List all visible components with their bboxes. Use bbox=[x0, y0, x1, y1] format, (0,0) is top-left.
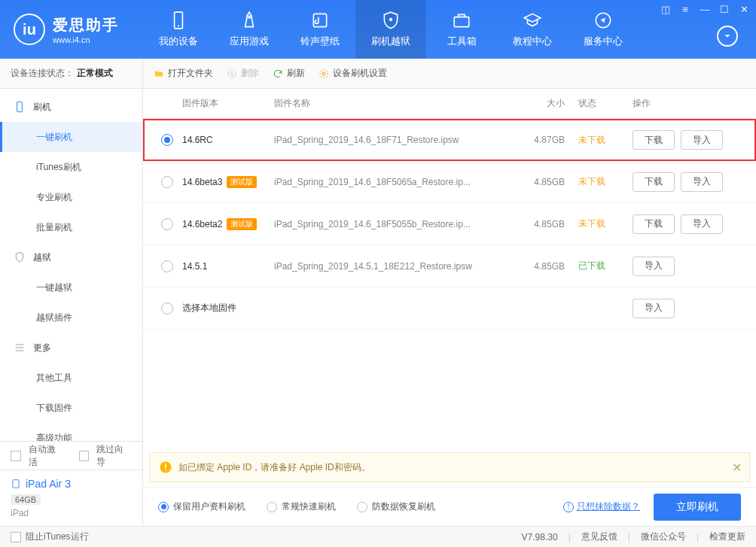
settings-button[interactable]: 设备刷机设置 bbox=[319, 67, 387, 80]
import-button[interactable]: 导入 bbox=[633, 299, 675, 318]
sidebar-group-flash[interactable]: 刷机 bbox=[0, 92, 142, 122]
firmware-row[interactable]: 14.6beta3 测试版 iPad_Spring_2019_14.6_18F5… bbox=[143, 161, 756, 203]
graduation-icon bbox=[523, 11, 542, 30]
local-firmware-label: 选择本地固件 bbox=[182, 302, 505, 315]
svg-rect-7 bbox=[13, 480, 19, 488]
import-button[interactable]: 导入 bbox=[681, 172, 723, 192]
firmware-name: iPad_Spring_2019_14.5.1_18E212_Restore.i… bbox=[274, 261, 505, 272]
firmware-status: 未下载 bbox=[565, 217, 617, 230]
more-group-icon bbox=[14, 342, 26, 354]
import-button[interactable]: 导入 bbox=[633, 257, 675, 276]
info-icon: ! bbox=[563, 502, 574, 512]
firmware-status: 已下载 bbox=[565, 260, 617, 272]
firmware-version: 14.6beta3 测试版 bbox=[182, 176, 274, 188]
firmware-radio[interactable] bbox=[161, 176, 173, 188]
alert-close-button[interactable]: ✕ bbox=[732, 460, 742, 475]
toolbar: 打开文件夹 删除 刷新 设备刷机设置 bbox=[143, 59, 756, 89]
option-keep-data[interactable]: 保留用户资料刷机 bbox=[158, 500, 245, 513]
nav-tab-toolbox[interactable]: 工具箱 bbox=[426, 0, 497, 59]
firmware-radio[interactable] bbox=[161, 218, 173, 230]
footer-update[interactable]: 检查更新 bbox=[709, 530, 745, 543]
firmware-version: 14.6beta2 测试版 bbox=[182, 218, 274, 230]
sidebar-activation-row: 自动激活 跳过向导 bbox=[0, 441, 142, 470]
col-header-name: 固件名称 bbox=[274, 97, 505, 110]
svg-point-1 bbox=[178, 26, 179, 27]
auto-activate-checkbox[interactable] bbox=[11, 451, 21, 461]
nav-tab-apps[interactable]: 应用游戏 bbox=[214, 0, 285, 59]
nav-tab-tutorials[interactable]: 教程中心 bbox=[497, 0, 568, 59]
logo-subtitle: www.i4.cn bbox=[53, 35, 119, 44]
music-icon bbox=[310, 11, 330, 30]
sidebar-item-pro-flash[interactable]: 专业刷机 bbox=[0, 182, 142, 212]
firmware-size: 4.85GB bbox=[505, 177, 565, 187]
firmware-list: 14.6RC iPad_Spring_2019_14.6_18F71_Resto… bbox=[143, 119, 756, 452]
download-button[interactable]: 下载 bbox=[633, 172, 675, 192]
footer-wechat[interactable]: 微信公众号 bbox=[641, 530, 686, 543]
nav-tab-my-device[interactable]: 我的设备 bbox=[143, 0, 214, 59]
col-header-status: 状态 bbox=[565, 97, 617, 110]
window-skin-icon[interactable]: ◫ bbox=[660, 3, 672, 15]
window-controls: ◫ ≡ — ☐ ✕ bbox=[660, 3, 750, 15]
firmware-radio[interactable] bbox=[161, 134, 173, 146]
sidebar-group-more[interactable]: 更多 bbox=[0, 333, 142, 363]
logo-title: 爱思助手 bbox=[53, 15, 119, 35]
firmware-radio[interactable] bbox=[161, 260, 173, 272]
col-header-actions: 操作 bbox=[617, 97, 738, 110]
firmware-radio[interactable] bbox=[161, 302, 173, 315]
col-header-version: 固件版本 bbox=[161, 97, 274, 110]
sidebar-item-oneclick-jailbreak[interactable]: 一键越狱 bbox=[0, 272, 142, 302]
apps-icon bbox=[239, 11, 259, 30]
window-menu-icon[interactable]: ≡ bbox=[679, 3, 691, 15]
nav-tab-flash[interactable]: 刷机越狱 bbox=[355, 0, 426, 59]
window-minimize-icon[interactable]: — bbox=[699, 3, 711, 15]
nav-tab-service[interactable]: 服务中心 bbox=[568, 0, 639, 59]
block-itunes-checkbox[interactable] bbox=[11, 532, 21, 542]
col-header-size: 大小 bbox=[505, 97, 565, 110]
firmware-row[interactable]: 14.6beta2 测试版 iPad_Spring_2019_14.6_18F5… bbox=[143, 203, 756, 245]
footer-feedback[interactable]: 意见反馈 bbox=[581, 530, 617, 543]
beta-badge: 测试版 bbox=[227, 176, 257, 188]
erase-data-link[interactable]: !只想抹除数据？ bbox=[563, 500, 640, 513]
option-anti-recovery[interactable]: 防数据恢复刷机 bbox=[357, 500, 435, 513]
sidebar-item-download-firmware[interactable]: 下载固件 bbox=[0, 393, 142, 423]
sidebar-item-advanced[interactable]: 高级功能 bbox=[0, 423, 142, 441]
logo-icon: iu bbox=[14, 14, 45, 45]
open-folder-button[interactable]: 打开文件夹 bbox=[154, 67, 213, 80]
delete-icon bbox=[227, 68, 237, 79]
import-button[interactable]: 导入 bbox=[681, 130, 723, 150]
nav-tab-ringtones[interactable]: 铃声壁纸 bbox=[285, 0, 355, 59]
header-dropdown-button[interactable] bbox=[717, 26, 738, 47]
firmware-row[interactable]: 14.6RC iPad_Spring_2019_14.6_18F71_Resto… bbox=[143, 119, 756, 161]
sidebar-item-oneclick-flash[interactable]: 一键刷机 bbox=[0, 122, 142, 152]
sidebar-group-jailbreak[interactable]: 越狱 bbox=[0, 242, 142, 272]
window-maximize-icon[interactable]: ☐ bbox=[718, 3, 730, 15]
svg-rect-12 bbox=[165, 470, 166, 471]
download-button[interactable]: 下载 bbox=[633, 130, 675, 150]
svg-rect-6 bbox=[17, 102, 23, 111]
device-card[interactable]: iPad Air 3 64GB iPad bbox=[0, 470, 142, 526]
sidebar-item-itunes-flash[interactable]: iTunes刷机 bbox=[0, 152, 142, 182]
firmware-actions: 下载导入 bbox=[617, 172, 738, 192]
delete-button: 删除 bbox=[227, 67, 259, 80]
flash-now-button[interactable]: 立即刷机 bbox=[654, 494, 741, 521]
firmware-actions: 下载导入 bbox=[617, 214, 738, 234]
sidebar-item-jailbreak-plugins[interactable]: 越狱插件 bbox=[0, 302, 142, 333]
sidebar-item-batch-flash[interactable]: 批量刷机 bbox=[0, 212, 142, 242]
import-button[interactable]: 导入 bbox=[681, 214, 723, 234]
refresh-button[interactable]: 刷新 bbox=[273, 67, 305, 80]
firmware-actions: 导入 bbox=[617, 257, 738, 276]
flash-options-bar: 保留用户资料刷机 常规快速刷机 防数据恢复刷机 !只想抹除数据？ 立即刷机 bbox=[143, 487, 756, 526]
firmware-size: 4.85GB bbox=[505, 261, 565, 272]
download-button[interactable]: 下载 bbox=[633, 214, 675, 234]
jailbreak-group-icon bbox=[14, 251, 26, 263]
window-close-icon[interactable]: ✕ bbox=[738, 3, 750, 15]
sidebar-item-other-tools[interactable]: 其他工具 bbox=[0, 363, 142, 393]
warning-icon bbox=[159, 460, 172, 474]
firmware-row[interactable]: 14.5.1 iPad_Spring_2019_14.5.1_18E212_Re… bbox=[143, 245, 756, 287]
local-firmware-row[interactable]: 选择本地固件 导入 bbox=[143, 287, 756, 330]
option-normal-flash[interactable]: 常规快速刷机 bbox=[267, 500, 336, 513]
refresh-icon bbox=[273, 68, 283, 79]
radio-icon bbox=[357, 502, 367, 512]
compass-icon bbox=[593, 11, 613, 30]
skip-guide-checkbox[interactable] bbox=[79, 451, 90, 461]
